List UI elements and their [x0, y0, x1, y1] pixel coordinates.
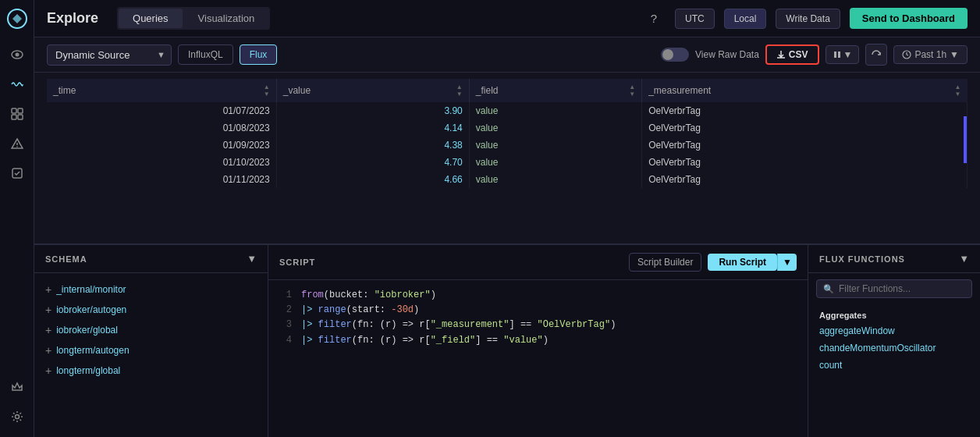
- svg-rect-5: [12, 115, 16, 119]
- schema-plus-icon: +: [45, 283, 51, 296]
- flux-item[interactable]: count: [808, 357, 980, 374]
- cell-time: 01/08/2023: [47, 119, 276, 137]
- col-header-time[interactable]: _time ▲▼: [47, 79, 276, 102]
- explorer-toolbar: Dynamic Source ▼ InfluxQL Flux View Raw …: [34, 37, 980, 73]
- schema-plus-icon: +: [45, 344, 51, 357]
- flux-button[interactable]: Flux: [240, 44, 278, 65]
- local-button[interactable]: Local: [724, 9, 767, 29]
- table-row: 01/10/2023 4.70 value OelVerbrTag: [47, 154, 968, 171]
- flux-search-icon: 🔍: [823, 284, 834, 294]
- pause-icon: [833, 50, 842, 59]
- cell-measurement: OelVerbrTag: [642, 171, 968, 188]
- time-range-label: Past 1h: [914, 49, 946, 60]
- help-button[interactable]: ?: [642, 7, 666, 30]
- run-script-button[interactable]: Run Script: [708, 254, 777, 271]
- schema-item[interactable]: +longterm/autogen: [34, 340, 268, 361]
- schema-plus-icon: +: [45, 364, 51, 377]
- bottom-panel: SCHEMA ▼ +_internal/monitor+iobroker/aut…: [34, 244, 980, 437]
- flux-panel-header: FLUX FUNCTIONS ▼: [808, 245, 980, 273]
- flux-item[interactable]: chandeMomentumOscillator: [808, 339, 980, 357]
- toggle-knob: [662, 49, 673, 60]
- schema-item[interactable]: +longterm/global: [34, 361, 268, 381]
- sidebar-icon-wave[interactable]: [5, 72, 30, 97]
- sidebar-icon-grid[interactable]: [5, 101, 30, 126]
- main-area: Explore Queries Visualization ? UTC Loca…: [34, 0, 980, 437]
- cell-time: 01/11/2023: [47, 171, 276, 188]
- script-line: 1from(bucket: "iobroker"): [279, 288, 797, 303]
- sort-measurement-icon: ▲▼: [955, 83, 961, 98]
- tab-queries[interactable]: Queries: [119, 9, 183, 28]
- tab-visualization[interactable]: Visualization: [184, 9, 269, 28]
- pause-arrow-icon: ▼: [843, 49, 853, 60]
- schema-items-list: +_internal/monitor+iobroker/autogen+iobr…: [34, 273, 268, 387]
- sidebar-icon-crown[interactable]: [5, 375, 30, 400]
- schema-item[interactable]: +_internal/monitor: [34, 279, 268, 300]
- data-table: _time ▲▼ _value ▲▼ _fiel: [47, 79, 968, 188]
- content-area: _time ▲▼ _value ▲▼ _fiel: [34, 73, 980, 437]
- sidebar-icon-alert[interactable]: [5, 131, 30, 156]
- schema-plus-icon: +: [45, 304, 51, 316]
- main-tab-group: Queries Visualization: [117, 7, 270, 30]
- script-panel: SCRIPT Script Builder Run Script ▼ 1from…: [268, 245, 808, 437]
- flux-collapse-button[interactable]: ▼: [959, 253, 969, 265]
- time-range-button[interactable]: Past 1h ▼: [893, 45, 968, 64]
- pause-button[interactable]: ▼: [826, 45, 860, 64]
- schema-collapse-button[interactable]: ▼: [247, 253, 257, 265]
- view-raw-label: View Raw Data: [695, 49, 759, 60]
- flux-sections-list: AggregatesaggregateWindowchandeMomentumO…: [808, 304, 980, 374]
- app-title: Explore: [47, 10, 98, 27]
- view-raw-toggle[interactable]: [661, 48, 689, 62]
- time-range-arrow: ▼: [950, 49, 959, 60]
- svg-rect-6: [18, 115, 23, 119]
- cell-field: value: [469, 154, 641, 171]
- cell-value: 4.70: [276, 154, 469, 171]
- flux-search-input[interactable]: [839, 283, 965, 294]
- cell-field: value: [469, 119, 641, 137]
- run-script-group: Run Script ▼: [708, 254, 797, 271]
- source-select[interactable]: Dynamic Source: [47, 44, 172, 66]
- app-logo: [6, 8, 28, 30]
- script-builder-button[interactable]: Script Builder: [629, 253, 701, 272]
- flux-item[interactable]: aggregateWindow: [808, 322, 980, 339]
- influxql-button[interactable]: InfluxQL: [178, 44, 233, 65]
- script-line-code: |> filter(fn: (r) => r["_measurement"] =…: [301, 318, 616, 332]
- svg-rect-3: [12, 108, 16, 113]
- cell-field: value: [469, 102, 641, 119]
- schema-item[interactable]: +iobroker/autogen: [34, 300, 268, 320]
- cell-time: 01/09/2023: [47, 137, 276, 154]
- col-header-measurement[interactable]: _measurement ▲▼: [642, 79, 968, 102]
- sidebar-icon-eye[interactable]: [5, 42, 30, 67]
- csv-button[interactable]: CSV: [765, 44, 819, 65]
- script-panel-header: SCRIPT Script Builder Run Script ▼: [268, 245, 808, 280]
- flux-search-box[interactable]: 🔍: [816, 279, 972, 298]
- refresh-icon: [871, 49, 882, 60]
- col-header-value[interactable]: _value ▲▼: [276, 79, 469, 102]
- col-header-field[interactable]: _field ▲▼: [469, 79, 641, 102]
- schema-item[interactable]: +iobroker/global: [34, 320, 268, 340]
- sort-value-icon: ▲▼: [456, 83, 463, 98]
- svg-rect-11: [834, 52, 836, 58]
- schema-panel-header: SCHEMA ▼: [34, 245, 268, 273]
- write-data-button[interactable]: Write Data: [776, 9, 840, 29]
- topbar: Explore Queries Visualization ? UTC Loca…: [34, 0, 980, 37]
- table-row: 01/11/2023 4.66 value OelVerbrTag: [47, 171, 968, 188]
- run-script-arrow-button[interactable]: ▼: [777, 254, 797, 271]
- send-dashboard-button[interactable]: Send to Dashboard: [850, 8, 968, 29]
- script-line: 3 |> filter(fn: (r) => r["_measurement"]…: [279, 318, 797, 332]
- data-table-area: _time ▲▼ _value ▲▼ _fiel: [34, 73, 980, 244]
- cell-value: 4.38: [276, 137, 469, 154]
- cell-value: 3.90: [276, 102, 469, 119]
- sidebar-icon-settings[interactable]: [5, 404, 30, 429]
- flux-title: FLUX FUNCTIONS: [819, 254, 905, 264]
- table-row: 01/08/2023 4.14 value OelVerbrTag: [47, 119, 968, 137]
- sort-time-icon: ▲▼: [264, 83, 270, 98]
- clock-icon: [902, 50, 911, 59]
- refresh-button[interactable]: [865, 44, 887, 66]
- cell-value: 4.66: [276, 171, 469, 188]
- script-line-code: |> filter(fn: (r) => r["_field"] == "val…: [301, 333, 549, 348]
- utc-button[interactable]: UTC: [675, 9, 715, 29]
- cell-measurement: OelVerbrTag: [642, 137, 968, 154]
- sidebar-icon-tasks[interactable]: [5, 161, 30, 186]
- download-icon: [776, 50, 786, 59]
- schema-plus-icon: +: [45, 324, 51, 336]
